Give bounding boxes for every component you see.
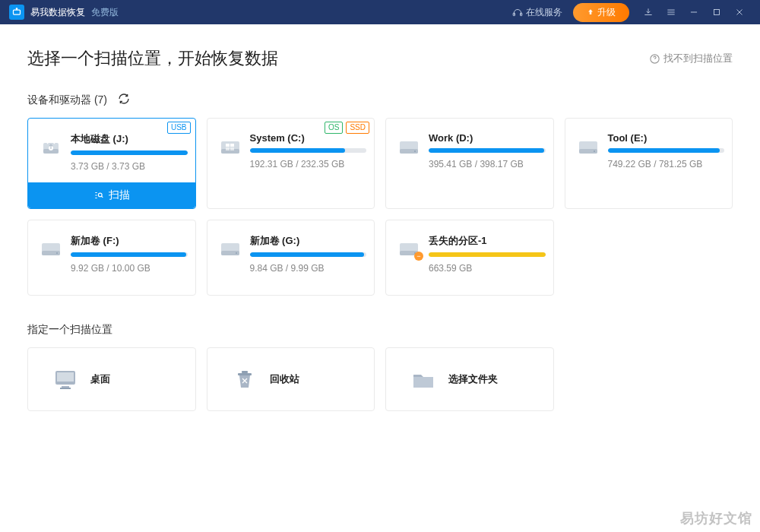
capacity-bar xyxy=(71,252,188,257)
capacity-bar xyxy=(429,148,546,153)
svg-rect-33 xyxy=(62,386,69,388)
svg-point-27 xyxy=(236,252,237,254)
download-icon[interactable] xyxy=(637,0,660,24)
drive-name: 新加卷 (F:) xyxy=(71,234,188,248)
drive-grid: USB本地磁盘 (J:)3.73 GB / 3.73 GB扫描OSSSDSyst… xyxy=(27,118,733,296)
svg-rect-0 xyxy=(14,10,21,14)
badge-ssd: SSD xyxy=(346,122,369,134)
badge-os: OS xyxy=(325,122,343,134)
svg-rect-4 xyxy=(714,10,720,15)
capacity-bar xyxy=(429,252,546,257)
svg-point-24 xyxy=(56,252,58,254)
online-service-link[interactable]: 在线服务 xyxy=(512,6,562,19)
devices-heading: 设备和驱动器 (7) xyxy=(27,93,107,107)
specify-card-desktop[interactable]: 桌面 xyxy=(27,347,196,411)
capacity-bar xyxy=(71,150,188,155)
svg-rect-37 xyxy=(413,377,433,388)
drive-card[interactable]: 新加卷 (G:)9.84 GB / 9.99 GB xyxy=(207,220,375,296)
drive-card[interactable]: USB本地磁盘 (J:)3.73 GB / 3.73 GB扫描 xyxy=(27,118,196,209)
upgrade-label: 升级 xyxy=(597,6,616,19)
capacity-bar xyxy=(608,148,725,153)
svg-rect-36 xyxy=(242,371,248,373)
drive-card[interactable]: 新加卷 (F:)9.92 GB / 10.00 GB xyxy=(27,220,196,296)
svg-rect-34 xyxy=(60,388,71,389)
drive-size: 3.73 GB / 3.73 GB xyxy=(71,161,188,172)
drive-name: Tool (E:) xyxy=(608,132,725,144)
folder-icon xyxy=(410,368,436,391)
page-title: 选择一个扫描位置，开始恢复数据 xyxy=(27,47,278,70)
svg-rect-32 xyxy=(57,372,74,382)
capacity-bar xyxy=(250,148,367,153)
drive-name: Work (D:) xyxy=(429,132,546,144)
edition-label: 免费版 xyxy=(91,6,119,19)
capacity-bar xyxy=(250,252,367,257)
help-link[interactable]: 找不到扫描位置 xyxy=(649,52,733,65)
help-link-text: 找不到扫描位置 xyxy=(663,52,733,65)
svg-rect-12 xyxy=(226,144,230,147)
minimize-icon[interactable] xyxy=(682,0,705,24)
svg-point-21 xyxy=(594,150,595,152)
drive-name: 丢失的分区-1 xyxy=(429,234,546,248)
svg-point-1 xyxy=(16,8,17,10)
drive-name: System (C:) xyxy=(250,132,367,144)
close-icon[interactable] xyxy=(728,0,751,24)
drive-size: 9.92 GB / 10.00 GB xyxy=(71,263,188,274)
drive-card[interactable]: Tool (E:)749.22 GB / 781.25 GB xyxy=(565,118,733,209)
refresh-button[interactable] xyxy=(118,93,130,107)
drive-badges: USB xyxy=(167,122,191,134)
svg-rect-14 xyxy=(226,147,230,150)
drive-card[interactable]: −丢失的分区-1663.59 GB xyxy=(385,220,554,296)
drive-size: 395.41 GB / 398.17 GB xyxy=(429,159,546,169)
scan-button[interactable]: 扫描 xyxy=(28,182,195,208)
maximize-icon[interactable] xyxy=(705,0,728,24)
online-service-label: 在线服务 xyxy=(526,6,562,19)
specify-label: 选择文件夹 xyxy=(448,372,498,386)
svg-rect-13 xyxy=(230,144,234,147)
app-title: 易我数据恢复 xyxy=(30,6,85,19)
drive-card[interactable]: Work (D:)395.41 GB / 398.17 GB xyxy=(385,118,554,209)
svg-point-18 xyxy=(414,150,416,152)
specify-label: 回收站 xyxy=(270,372,299,386)
badge-usb: USB xyxy=(167,122,191,134)
drive-card[interactable]: OSSSDSystem (C:)192.31 GB / 232.35 GB xyxy=(207,118,375,209)
specify-heading: 指定一个扫描位置 xyxy=(27,323,733,337)
specify-label: 桌面 xyxy=(90,372,110,386)
drive-size: 192.31 GB / 232.35 GB xyxy=(250,159,367,169)
drive-size: 749.22 GB / 781.25 GB xyxy=(608,159,725,169)
drive-name: 新加卷 (G:) xyxy=(250,234,367,248)
main-content: 选择一个扫描位置，开始恢复数据 找不到扫描位置 设备和驱动器 (7) USB本地… xyxy=(0,24,760,426)
specify-card-folder[interactable]: 选择文件夹 xyxy=(385,347,554,411)
drive-size: 663.59 GB xyxy=(429,263,546,274)
drive-name: 本地磁盘 (J:) xyxy=(71,132,188,146)
specify-card-recycle[interactable]: 回收站 xyxy=(207,347,375,411)
drive-size: 9.84 GB / 9.99 GB xyxy=(250,263,367,274)
specify-grid: 桌面回收站选择文件夹 xyxy=(27,347,733,411)
svg-point-9 xyxy=(98,193,102,197)
recycle-icon xyxy=(232,368,258,391)
watermark: 易坊好文馆 xyxy=(680,509,752,527)
page-title-row: 选择一个扫描位置，开始恢复数据 找不到扫描位置 xyxy=(27,47,733,70)
upgrade-button[interactable]: 升级 xyxy=(573,3,629,22)
menu-icon[interactable] xyxy=(660,0,682,24)
desktop-icon xyxy=(52,368,78,391)
app-logo-icon xyxy=(9,5,24,20)
svg-rect-15 xyxy=(230,147,234,150)
devices-section-head: 设备和驱动器 (7) xyxy=(27,93,733,107)
svg-rect-35 xyxy=(238,373,252,375)
drive-badges: OSSSD xyxy=(325,122,369,134)
titlebar: 易我数据恢复 免费版 在线服务 升级 xyxy=(0,0,760,24)
